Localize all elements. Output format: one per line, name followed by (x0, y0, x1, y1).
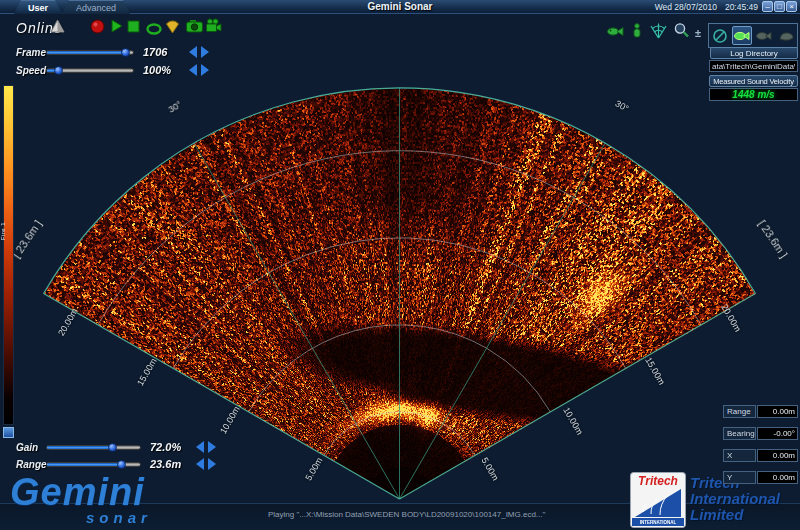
tritech-box-text: Tritech (638, 474, 678, 488)
snapshot-camera-icon[interactable] (186, 19, 203, 37)
palette-colorbar (3, 85, 14, 425)
speed-slider-thumb[interactable] (54, 66, 63, 75)
measure-range-value: 0.00m (757, 405, 798, 418)
measure-bearing-value: -0.00° (757, 427, 798, 440)
speed-value: 100% (143, 64, 187, 76)
shrimp-mode-icon[interactable] (776, 26, 796, 45)
gemini-sonar-label: sonar (86, 509, 152, 526)
fish2-mode-icon[interactable] (754, 26, 774, 45)
date-label: Wed 28/07/2010 (655, 2, 717, 12)
sound-velocity-value: 1448 m/s (709, 88, 798, 101)
frame-value: 1706 (143, 46, 187, 58)
restore-button[interactable]: □ (774, 1, 785, 12)
frame-slider-label: Frame (16, 47, 46, 58)
range-slider-label: Range (16, 459, 46, 470)
frame-slider-thumb[interactable] (121, 48, 130, 57)
video-record-icon[interactable] (205, 18, 222, 37)
gain-slider-thumb[interactable] (108, 443, 117, 452)
title-bar: User Advanced Gemini Sonar Wed 28/07/201… (0, 0, 800, 14)
frame-slider[interactable] (46, 50, 134, 55)
tritech-banner-text: INTERNATIONAL (640, 520, 677, 525)
target-mode-group (708, 23, 798, 48)
gain-value: 72.0% (150, 441, 194, 453)
magnifier-icon[interactable] (673, 22, 690, 43)
measure-range-label: Range (723, 405, 756, 418)
range-decrement-button[interactable] (196, 458, 204, 470)
close-button[interactable]: × (786, 1, 797, 12)
frame-increment-button[interactable] (201, 46, 209, 58)
scale-adjust-icon[interactable]: ± (695, 27, 701, 39)
minimize-button[interactable]: – (762, 1, 773, 12)
range-increment-button[interactable] (208, 458, 216, 470)
speed-decrement-button[interactable] (189, 64, 197, 76)
palette-name-label: Fire 1 (0, 222, 6, 240)
range-slider[interactable] (46, 462, 141, 467)
play-button-icon[interactable] (110, 19, 123, 37)
sonar-head-icon[interactable] (50, 19, 65, 37)
gain-slider[interactable] (46, 445, 141, 450)
frame-decrement-button[interactable] (189, 46, 197, 58)
no-overlay-icon[interactable] (710, 26, 730, 45)
speed-slider[interactable] (46, 68, 134, 73)
stop-button-icon[interactable] (127, 19, 140, 37)
diver-icon[interactable] (630, 23, 644, 43)
measure-y-value: 0.00m (757, 471, 798, 484)
time-label: 20:45:49 (725, 2, 758, 12)
speed-slider-label: Speed (16, 65, 46, 76)
measure-bearing-label: Bearing (723, 427, 756, 440)
measure-x-label: X (723, 449, 756, 462)
speed-increment-button[interactable] (201, 64, 209, 76)
sound-velocity-label: Measured Sound Velocity (709, 75, 798, 87)
playback-status-text: Playing "...X:\Mission Data\SWEDEN BODY\… (268, 510, 545, 519)
measure-x-value: 0.00m (757, 449, 798, 462)
beam-sector-icon[interactable] (649, 22, 668, 43)
gain-decrement-button[interactable] (196, 441, 204, 453)
range-value: 23.6m (150, 458, 194, 470)
fish-mode-icon[interactable] (732, 26, 752, 45)
gemini-logo: Gemini (10, 474, 145, 510)
palette-button[interactable] (3, 427, 14, 438)
fan-view-icon[interactable] (165, 19, 180, 38)
range-slider-thumb[interactable] (117, 460, 126, 469)
window-datetime: Wed 28/07/2010 20:45:49 (655, 2, 758, 12)
log-directory-input[interactable] (709, 60, 798, 72)
record-button-icon[interactable] (90, 19, 105, 38)
gain-increment-button[interactable] (208, 441, 216, 453)
fish-overlay-icon[interactable] (606, 24, 625, 42)
gain-slider-label: Gain (16, 442, 46, 453)
tritech-logo: Tritech INTERNATIONAL (630, 472, 686, 530)
log-directory-button[interactable]: Log Directory (710, 47, 798, 59)
loop-button-icon[interactable] (146, 21, 162, 39)
measure-y-label: Y (723, 471, 756, 484)
